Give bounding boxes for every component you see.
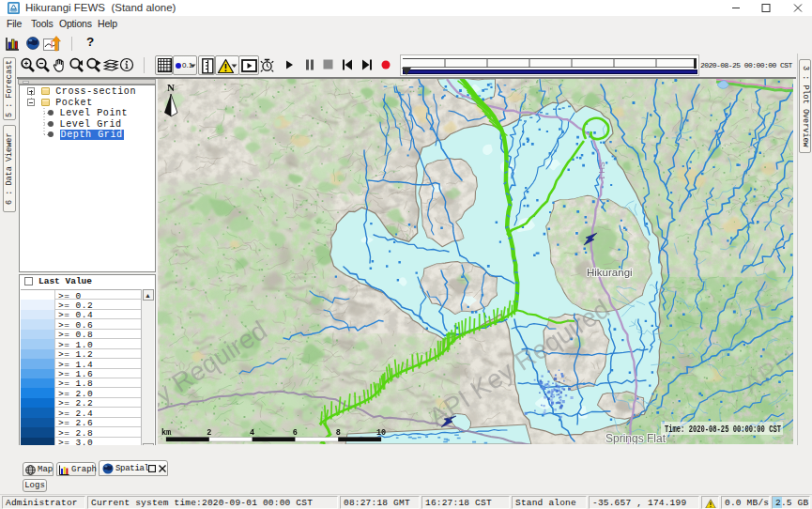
svg-text:N: N bbox=[167, 82, 175, 93]
svg-text:10: 10 bbox=[376, 428, 386, 438]
svg-text:SH 1: SH 1 bbox=[597, 162, 606, 180]
svg-text:4: 4 bbox=[250, 428, 254, 438]
svg-text:Hikurangi: Hikurangi bbox=[587, 267, 633, 278]
svg-text:8: 8 bbox=[336, 428, 341, 438]
svg-text:km: km bbox=[161, 428, 171, 438]
svg-text:2: 2 bbox=[207, 428, 211, 438]
svg-text:6: 6 bbox=[293, 428, 298, 438]
svg-text:Time: 2020-08-25 00:00:00 CST: Time: 2020-08-25 00:00:00 CST bbox=[665, 424, 781, 435]
svg-text:Springs Flat: Springs Flat bbox=[605, 432, 666, 444]
